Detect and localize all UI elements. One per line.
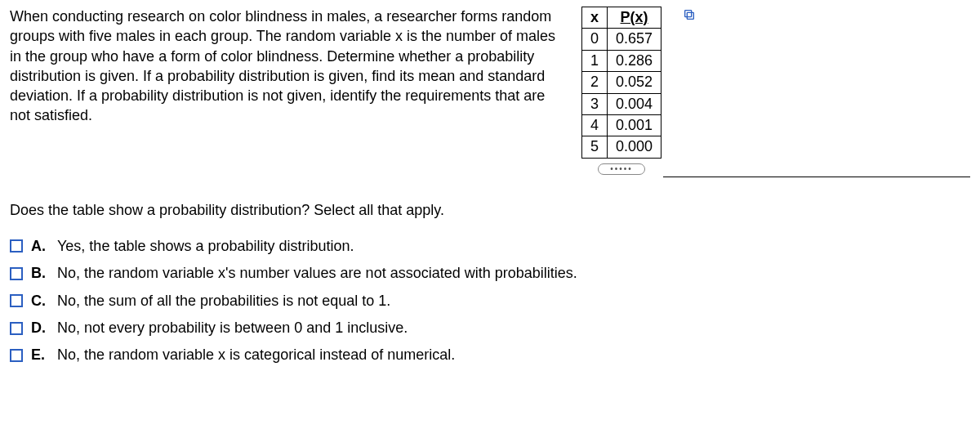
- option-letter: A.: [31, 238, 49, 255]
- cell-px: 0.657: [608, 29, 662, 50]
- option-e[interactable]: E. No, the random variable x is categori…: [10, 346, 970, 364]
- divider-line: [663, 177, 970, 177]
- svg-rect-0: [687, 12, 693, 19]
- option-text: No, the random variable x is categorical…: [57, 346, 455, 364]
- cell-x: 1: [582, 50, 608, 71]
- options-list: A. Yes, the table shows a probability di…: [10, 237, 970, 365]
- cell-x: 4: [582, 114, 608, 136]
- table-header-row: x P(x): [582, 7, 662, 29]
- cell-px: 0.001: [608, 114, 662, 136]
- probability-table: x P(x) 0 0.657 1 0.286 2 0.052 3 0.004 4…: [581, 7, 662, 159]
- header-px: P(x): [608, 7, 662, 29]
- option-letter: C.: [31, 293, 49, 310]
- option-text: Yes, the table shows a probability distr…: [57, 237, 354, 256]
- cell-px: 0.004: [608, 93, 662, 114]
- cell-x: 5: [582, 136, 608, 158]
- cell-px: 0.000: [608, 136, 662, 158]
- collapse-pill[interactable]: •••••: [598, 163, 645, 175]
- cell-x: 3: [582, 93, 608, 114]
- question-prompt: Does the table show a probability distri…: [10, 202, 970, 219]
- option-text: No, not every probability is between 0 a…: [57, 319, 408, 337]
- table-row: 2 0.052: [582, 72, 662, 93]
- option-letter: B.: [31, 265, 49, 282]
- checkbox-icon[interactable]: [10, 239, 23, 253]
- copy-icon[interactable]: [683, 8, 696, 25]
- divider-row: [10, 177, 970, 177]
- option-a[interactable]: A. Yes, the table shows a probability di…: [10, 237, 970, 256]
- checkbox-icon[interactable]: [10, 322, 23, 335]
- top-section: When conducting research on color blindn…: [10, 7, 970, 181]
- cell-x: 0: [582, 29, 608, 50]
- table-row: 5 0.000: [582, 136, 662, 158]
- option-text: No, the sum of all the probabilities is …: [57, 292, 390, 311]
- option-b[interactable]: B. No, the random variable x's number va…: [10, 264, 970, 283]
- option-letter: D.: [31, 320, 49, 337]
- option-c[interactable]: C. No, the sum of all the probabilities …: [10, 292, 970, 311]
- svg-rect-1: [685, 11, 692, 17]
- option-d[interactable]: D. No, not every probability is between …: [10, 319, 970, 337]
- table-row: 1 0.286: [582, 50, 662, 71]
- checkbox-icon[interactable]: [10, 294, 23, 307]
- cell-px: 0.286: [608, 50, 662, 71]
- checkbox-icon[interactable]: [10, 267, 23, 280]
- probability-table-wrap: x P(x) 0 0.657 1 0.286 2 0.052 3 0.004 4…: [581, 7, 662, 175]
- table-row: 4 0.001: [582, 114, 662, 136]
- question-section: Does the table show a probability distri…: [10, 202, 970, 365]
- problem-statement: When conducting research on color blindn…: [10, 7, 565, 126]
- cell-px: 0.052: [608, 72, 662, 93]
- cell-x: 2: [582, 72, 608, 93]
- checkbox-icon[interactable]: [10, 349, 23, 362]
- option-text: No, the random variable x's number value…: [57, 264, 577, 283]
- header-x: x: [582, 7, 608, 29]
- table-row: 3 0.004: [582, 93, 662, 114]
- table-row: 0 0.657: [582, 29, 662, 50]
- option-letter: E.: [31, 346, 49, 364]
